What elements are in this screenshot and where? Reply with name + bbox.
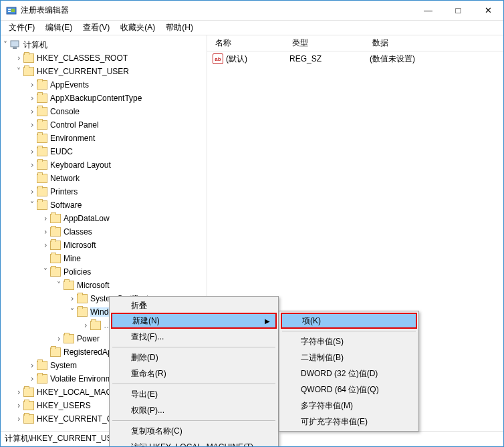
svg-rect-5 <box>13 47 17 49</box>
list-row[interactable]: ab (默认) REG_SZ (数值未设置) <box>207 51 503 66</box>
tree-item[interactable]: ›AppDataLow <box>41 212 207 225</box>
value-name: (默认) <box>226 53 247 65</box>
tree-item[interactable]: ›Microsoft <box>41 239 207 252</box>
regedit-icon <box>6 5 17 16</box>
tree-hkcu[interactable]: ˅HKEY_CURRENT_USER <box>14 65 207 78</box>
tree-item[interactable]: ›EUDC <box>27 145 207 158</box>
expander-icon[interactable]: › <box>14 401 23 410</box>
ctx-export[interactable]: 导出(E) <box>111 386 277 402</box>
ctx-new-expandstring[interactable]: 可扩充字符串值(E) <box>281 414 417 430</box>
folder-icon <box>37 94 47 103</box>
folder-icon <box>37 107 47 116</box>
tree-label: AppDataLow <box>64 214 110 223</box>
ctx-permissions[interactable]: 权限(P)... <box>111 402 277 418</box>
expander-icon[interactable]: ˅ <box>1 40 10 49</box>
expander-icon[interactable]: › <box>27 94 37 103</box>
expander-icon[interactable]: › <box>14 388 23 397</box>
window-buttons: — □ ✕ <box>413 1 503 20</box>
tree-label: HKEY_CLASSES_ROOT <box>37 53 128 63</box>
tree-label: AppXBackupContentType <box>50 94 142 103</box>
tree-label: Keyboard Layout <box>50 160 111 170</box>
expander-icon[interactable]: › <box>68 294 77 303</box>
expander-icon[interactable]: › <box>27 120 37 130</box>
tree-item[interactable]: ·Environment <box>27 132 207 145</box>
ctx-new-binary[interactable]: 二进制值(B) <box>281 349 417 365</box>
ctx-new-dword[interactable]: DWORD (32 位)值(D) <box>281 365 417 382</box>
minimize-button[interactable]: — <box>413 1 443 20</box>
tree-hkcr[interactable]: ›HKEY_CLASSES_ROOT <box>14 51 207 65</box>
folder-icon <box>23 401 34 410</box>
ctx-new-multistring[interactable]: 多字符串值(M) <box>281 398 417 414</box>
expander-icon[interactable]: › <box>27 361 37 370</box>
column-type[interactable]: 类型 <box>289 37 370 49</box>
menu-view[interactable]: 查看(V) <box>78 21 115 35</box>
ctx-new[interactable]: 新建(N)▶ <box>111 313 277 329</box>
tree-item[interactable]: ›Control Panel <box>27 118 207 132</box>
expander-icon[interactable]: › <box>41 214 50 223</box>
tree-computer[interactable]: ˅计算机 <box>1 38 207 51</box>
expander-icon[interactable]: › <box>27 107 37 116</box>
tree-item[interactable]: ·Network <box>27 172 207 185</box>
expander-icon[interactable]: › <box>27 187 37 196</box>
folder-icon <box>50 347 61 357</box>
expander-icon[interactable]: › <box>14 53 23 63</box>
tree-software[interactable]: ˅Software <box>27 198 207 212</box>
expander-icon[interactable]: › <box>41 227 50 237</box>
tree-label: Classes <box>64 227 92 237</box>
menu-edit[interactable]: 编辑(E) <box>40 21 78 35</box>
expander-icon[interactable]: › <box>81 321 90 330</box>
ctx-find[interactable]: 查找(F)... <box>111 329 277 345</box>
ctx-new-qword[interactable]: QWORD (64 位)值(Q) <box>281 382 417 398</box>
ctx-rename[interactable]: 重命名(R) <box>111 365 277 382</box>
ctx-new-key[interactable]: 项(K) <box>281 313 417 329</box>
folder-icon <box>90 321 101 330</box>
folder-icon <box>37 174 47 183</box>
expander-icon[interactable]: ˅ <box>68 307 77 317</box>
tree-microsoft2[interactable]: ˅Microsoft <box>54 279 207 292</box>
separator <box>282 331 416 331</box>
folder-icon <box>64 334 74 343</box>
folder-icon <box>37 374 47 384</box>
tree-item[interactable]: ›Printers <box>27 185 207 198</box>
ctx-copykeyname[interactable]: 复制项名称(C) <box>111 423 277 439</box>
tree-label: Software <box>50 200 82 210</box>
ctx-collapse[interactable]: 折叠 <box>111 298 277 313</box>
tree-item[interactable]: ›Classes <box>41 225 207 239</box>
folder-icon <box>23 414 34 424</box>
expander-icon[interactable]: › <box>54 334 64 343</box>
list-header: 名称 类型 数据 <box>207 35 503 51</box>
ctx-delete[interactable]: 删除(D) <box>111 349 277 365</box>
tree-label: Microsoft <box>77 281 110 290</box>
expander-icon[interactable]: ˅ <box>14 67 23 76</box>
tree-item[interactable]: ›AppXBackupContentType <box>27 92 207 105</box>
tree-item[interactable]: ·Mine <box>41 252 207 265</box>
menu-help[interactable]: 帮助(H) <box>160 21 199 35</box>
tree-label: Policies <box>64 267 91 277</box>
column-name[interactable]: 名称 <box>213 37 289 49</box>
expander-icon[interactable]: ˅ <box>54 281 64 290</box>
expander-icon[interactable]: › <box>27 160 37 170</box>
ctx-label: 新建(N) <box>132 315 160 327</box>
tree-item[interactable]: ›Console <box>27 105 207 118</box>
menu-file[interactable]: 文件(F) <box>3 21 40 35</box>
expander-icon[interactable]: ˅ <box>27 200 37 210</box>
tree-policies[interactable]: ˅Policies <box>41 265 207 279</box>
expander-icon[interactable]: ˅ <box>41 267 50 277</box>
ctx-new-string[interactable]: 字符串值(S) <box>281 333 417 349</box>
menu-favorites[interactable]: 收藏夹(A) <box>115 21 160 35</box>
context-submenu-new: 项(K) 字符串值(S) 二进制值(B) DWORD (32 位)值(D) QW… <box>279 311 419 432</box>
folder-icon <box>50 227 61 237</box>
maximize-button[interactable]: □ <box>443 1 473 20</box>
close-button[interactable]: ✕ <box>473 1 503 20</box>
folder-icon <box>37 120 47 130</box>
expander-icon[interactable]: › <box>14 414 23 424</box>
tree-item[interactable]: ›AppEvents <box>27 78 207 92</box>
expander-icon[interactable]: › <box>27 80 37 90</box>
separator <box>112 347 275 347</box>
ctx-goto-hklm[interactable]: 访问 HKEY_LOCAL_MACHINE(T) <box>111 439 277 447</box>
column-data[interactable]: 数据 <box>370 37 503 49</box>
expander-icon[interactable]: › <box>41 241 50 250</box>
expander-icon[interactable]: › <box>27 374 37 384</box>
tree-item[interactable]: ›Keyboard Layout <box>27 158 207 172</box>
expander-icon[interactable]: › <box>27 147 37 156</box>
